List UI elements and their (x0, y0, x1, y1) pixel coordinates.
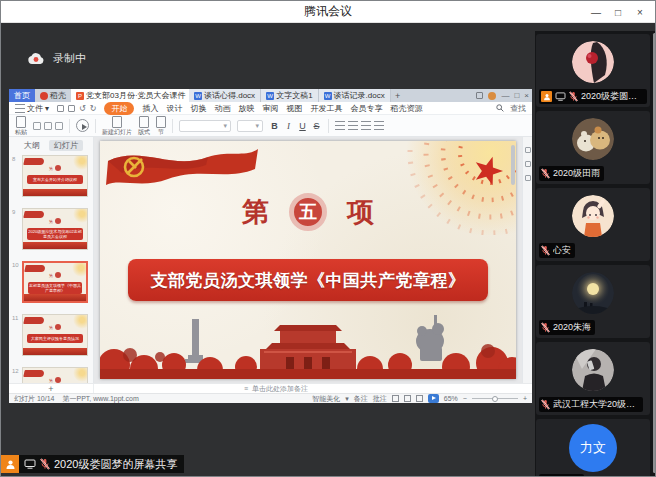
new-slide-button[interactable]: 新建幻灯片 (102, 116, 132, 136)
wps-tab-doc2[interactable]: W文字文稿1 (261, 89, 318, 102)
zoom-out-button[interactable]: − (463, 395, 467, 402)
play-from-current-icon[interactable] (76, 119, 89, 132)
zoom-tool-icon[interactable] (525, 147, 531, 153)
search-icon[interactable] (496, 104, 504, 112)
wps-minimize-button[interactable]: — (501, 91, 509, 100)
slide-number: 10 (12, 262, 19, 268)
redo-icon[interactable]: ↻ (90, 104, 97, 113)
comment-tool-icon[interactable] (525, 175, 531, 181)
menu-transition[interactable]: 切换 (190, 103, 206, 114)
wps-tab-presentation[interactable]: P党支部03月份·党员大会课件× (71, 89, 189, 102)
file-menu[interactable]: 文件▾ (15, 103, 49, 114)
mic-muted-icon (541, 322, 550, 333)
participant-tile[interactable]: 2020朱海 (536, 265, 650, 338)
menu-design[interactable]: 设计 (166, 103, 182, 114)
wps-close-button[interactable]: × (524, 91, 529, 100)
slide-number: 8 (12, 156, 15, 162)
slide-number: 12 (12, 368, 19, 374)
zoom-slider-knob[interactable] (492, 396, 498, 402)
print-icon[interactable] (68, 105, 75, 112)
wps-tab-doc3[interactable]: W谈话记录.docx (319, 89, 391, 102)
layout-switch-icon[interactable] (476, 92, 483, 99)
avatar-initials: 力文 (569, 424, 617, 472)
slides-tab[interactable]: 幻灯片 (49, 140, 83, 151)
notes-tool-icon[interactable] (525, 161, 531, 167)
wps-restore-button[interactable]: □ (514, 91, 519, 100)
reading-view-icon[interactable] (416, 395, 423, 402)
slide-title-banner: 支部党员汤文琪领学《中国共产党章程》 (128, 259, 488, 301)
copy-icon[interactable] (44, 122, 52, 130)
quick-access-toolbar: ↺ ↻ (57, 104, 96, 113)
search-label[interactable]: 查找 (510, 103, 526, 114)
numbered-list-icon[interactable] (348, 121, 358, 130)
tab-label: 谈话心得.docx (204, 90, 255, 101)
notes-row: + ≡ 单击此处添加备注 (9, 383, 532, 393)
zoom-in-button[interactable]: + (523, 395, 527, 402)
participant-tile[interactable]: 武汉工程大学20级袁云 (536, 342, 650, 415)
participant-tile[interactable]: 2020级娄圆梦的... (536, 34, 650, 107)
notes-toggle[interactable]: 备注 (354, 394, 368, 404)
line-spacing-icon[interactable] (374, 121, 384, 130)
close-button[interactable]: × (629, 1, 651, 23)
zoom-slider[interactable] (472, 398, 518, 399)
align-left-icon[interactable] (361, 121, 371, 130)
slide-thumbnail-11[interactable]: 11 第 大家民主评议预备党员情况 (9, 314, 93, 356)
italic-button[interactable]: I (283, 121, 294, 131)
strikethrough-button[interactable]: S (311, 121, 322, 131)
slide-thumbnail-12[interactable]: 12 第 支部书记总结发言 (9, 367, 93, 383)
participant-tile[interactable]: 心安 (536, 188, 650, 261)
participant-name: 2020朱海 (553, 321, 591, 334)
menu-slideshow[interactable]: 放映 (238, 103, 254, 114)
slide-thumbnail-9[interactable]: 9 第 2020级测控技术与仪器02支部 党员大会议程 (9, 208, 93, 250)
wps-tab-home[interactable]: 首页 (9, 89, 35, 102)
section-button[interactable]: 节 (156, 116, 166, 136)
chevron-down-icon: ▾ (45, 104, 49, 113)
mini-flag (23, 317, 44, 324)
cut-icon[interactable] (33, 122, 41, 130)
menu-start[interactable]: 开始 (104, 102, 134, 115)
notes-input[interactable]: ≡ 单击此处添加备注 (94, 384, 308, 394)
sorter-view-icon[interactable] (404, 395, 411, 402)
layout-button[interactable]: 版式 (138, 116, 150, 136)
menu-insert[interactable]: 插入 (142, 103, 158, 114)
menu-animation[interactable]: 动画 (214, 103, 230, 114)
underline-button[interactable]: U (297, 121, 308, 131)
slide-thumbnail-10-selected[interactable]: 10 第 支部党员汤文琪领学《中国共产党章程》 (9, 261, 93, 303)
slideshow-play-button[interactable] (428, 394, 439, 403)
wps-tab-docer[interactable]: 稻壳 (35, 89, 71, 102)
bullet-list-icon[interactable] (335, 121, 345, 130)
add-slide-button[interactable]: + (9, 384, 94, 394)
mini-banner-text: 大家民主评议预备党员情况 (27, 334, 83, 343)
menu-docer-res[interactable]: 稻壳资源 (390, 103, 422, 114)
participant-tile[interactable]: 力文 郑力文 (536, 419, 650, 477)
window-title: 腾讯会议 (304, 3, 352, 20)
maximize-button[interactable]: □ (607, 1, 629, 23)
beautify-button[interactable]: 智能美化 (312, 394, 340, 404)
avatar (572, 349, 614, 391)
wps-account-avatar[interactable] (488, 92, 496, 100)
mini-footer-art (23, 189, 87, 196)
slide-thumbnail-8[interactable]: 8 第 宣布大会开始并介绍议程 (9, 155, 93, 197)
menu-member[interactable]: 会员专享 (350, 103, 382, 114)
normal-view-icon[interactable] (392, 395, 399, 402)
wps-tab-doc1[interactable]: W谈话心得.docx (189, 89, 261, 102)
outline-tab[interactable]: 大纲 (19, 140, 45, 151)
new-tab-button[interactable]: + (391, 89, 405, 102)
minimize-button[interactable]: — (585, 1, 607, 23)
menu-view[interactable]: 视图 (286, 103, 302, 114)
save-icon[interactable] (57, 105, 64, 112)
format-painter-icon[interactable] (55, 122, 63, 130)
font-family-select[interactable]: ▾ (179, 120, 231, 132)
wps-status-bar: 幻灯片 10/14 第一PPT, www.1ppt.com 智能美化 ▾ 备注 … (9, 393, 532, 403)
font-size-select[interactable]: ▾ (237, 120, 263, 132)
menu-devtools[interactable]: 开发工具 (310, 103, 342, 114)
slide-scrollbar[interactable] (511, 145, 515, 185)
slide-counter: 幻灯片 10/14 (14, 394, 54, 404)
comments-toggle[interactable]: 批注 (373, 394, 387, 404)
bold-button[interactable]: B (269, 121, 280, 131)
undo-icon[interactable]: ↺ (79, 104, 86, 113)
paste-button[interactable]: 粘贴 (15, 116, 27, 136)
participant-tile[interactable]: 2020级田雨 (536, 111, 650, 184)
menu-review[interactable]: 审阅 (262, 103, 278, 114)
panel-tabs: 大纲 幻灯片 (9, 137, 93, 153)
